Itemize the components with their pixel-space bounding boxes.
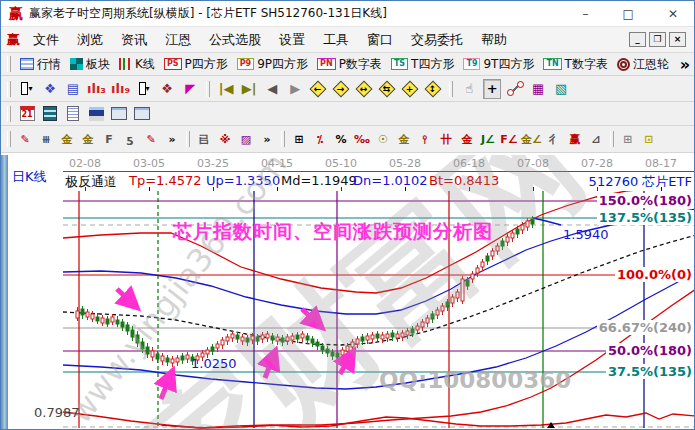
candle-arrow-tool-icon[interactable]: ⫯ <box>416 129 434 149</box>
gann-grid-tool-button[interactable]: ▦ <box>529 79 547 99</box>
gold-lines-tool-icon[interactable]: 金 <box>395 129 413 149</box>
mdi-close-button[interactable]: × <box>669 32 686 47</box>
notes-button[interactable] <box>64 104 82 124</box>
close-button[interactable]: ✕ <box>668 7 678 21</box>
menu-item-0[interactable]: 文件 <box>24 28 68 52</box>
gann-fan-tool-icon[interactable]: ※ <box>216 129 234 149</box>
gold-ratio-tool-icon[interactable]: 金 <box>58 129 76 149</box>
hand-tool-button[interactable]: ☝ <box>460 79 478 99</box>
pencil-tool-icon[interactable]: ✎ <box>16 129 34 149</box>
candle-tool-dropdown[interactable]: ▾ <box>135 79 153 99</box>
menu-item-4[interactable]: 公式选股 <box>200 28 270 52</box>
draw-overflow-icon[interactable]: » <box>163 129 181 149</box>
channel-tool-icon[interactable]: 卄 <box>437 129 455 149</box>
zoom-out-x-button[interactable]: ↔ <box>355 79 373 99</box>
pencil2-tool-icon[interactable]: ✎ <box>142 129 160 149</box>
toolbar1-overflow-button[interactable]: » <box>680 55 690 74</box>
zoom-y-button[interactable]: ↕ <box>424 79 442 99</box>
wedge-tool-icon[interactable]: ⊿ <box>587 129 605 149</box>
compress-x-button[interactable]: ⇆ <box>378 79 396 99</box>
9t-square-button[interactable]: T99T四方形 <box>461 55 536 74</box>
permille-tool-icon[interactable]: ‰ <box>353 129 371 149</box>
p-square-button[interactable]: PSP四方形 <box>162 55 230 74</box>
save-button[interactable] <box>87 104 105 124</box>
gold-circle-tool-icon[interactable]: ☉ <box>374 129 392 149</box>
quotes-button[interactable]: 行情 <box>18 55 63 74</box>
zoom-out-x-button-icon: ↔ <box>356 80 373 97</box>
workstation-button[interactable] <box>110 104 128 124</box>
spiral-tool-icon[interactable]: ƽ <box>121 129 139 149</box>
compress-x-button-icon: ⇆ <box>379 80 396 97</box>
menu-item-3[interactable]: 江恩 <box>156 28 200 52</box>
param-tp: Tp=1.4572 <box>129 173 202 188</box>
sectors-button[interactable]: 板块 <box>68 55 112 74</box>
menu-item-7[interactable]: 窗口 <box>358 28 402 52</box>
9t-square-button-label: 9T四方形 <box>483 56 534 73</box>
measure-tool-button-icon <box>508 82 523 95</box>
crosshair-tool-button[interactable]: + <box>483 79 501 99</box>
j-angle-tool-icon[interactable]: J∠ <box>479 129 497 149</box>
p-digit-table-button[interactable]: PNP数字表 <box>315 55 384 74</box>
elliott-tool-button[interactable]: ▧ <box>552 79 570 99</box>
measure-tool-button[interactable] <box>506 79 524 99</box>
menu-item-8[interactable]: 交易委托 <box>402 28 472 52</box>
kline-button[interactable]: K线 <box>117 55 157 74</box>
win-tool-icon[interactable]: 赢 <box>566 129 584 149</box>
price-label: 1.0250 <box>191 356 237 371</box>
t-digit-table-button-label: T数字表 <box>565 56 608 73</box>
menu-item-5[interactable]: 设置 <box>270 28 314 52</box>
fan-overflow-icon[interactable]: » <box>258 129 276 149</box>
walk-tool-icon[interactable]: 彳 <box>545 129 563 149</box>
candlestick <box>156 354 159 359</box>
t-digit-table-button[interactable]: TNT数字表 <box>541 55 610 74</box>
calendar-button[interactable]: 21 <box>18 104 36 124</box>
mdi-restore-button[interactable]: ❐ <box>649 32 666 47</box>
nav-first-button[interactable]: |◀ <box>217 79 235 99</box>
menu-item-2[interactable]: 资讯 <box>112 28 156 52</box>
tab-daily-kline[interactable]: 日K线 <box>12 168 47 186</box>
volume-profile-icon[interactable]: ◤ <box>181 79 199 99</box>
shift-left-button[interactable]: ← <box>309 79 327 99</box>
9p-square-button[interactable]: P99P四方形 <box>235 55 310 74</box>
symbol-label[interactable]: 512760 芯片ETF <box>589 173 692 191</box>
calculator-button[interactable] <box>41 104 59 124</box>
bars-3-icon[interactable]: ılı₃ <box>87 79 106 99</box>
expand-all-button[interactable]: + <box>401 79 419 99</box>
percent-grid-tool-icon[interactable]: ⊞ <box>290 129 308 149</box>
nav-next-button[interactable]: ▶ <box>286 79 304 99</box>
similar-kline-red-icon[interactable]: ❖ <box>158 79 176 99</box>
menu-item-9[interactable]: 帮助 <box>472 28 516 52</box>
percent-tool-icon[interactable]: % <box>332 129 350 149</box>
gold-angle2-tool-icon[interactable]: 金∠ <box>521 129 542 149</box>
menu-item-6[interactable]: 工具 <box>314 28 358 52</box>
terminal-button[interactable] <box>133 104 151 124</box>
fibo-tool-icon[interactable]: F <box>100 129 118 149</box>
nav-prev-button[interactable]: ◀ <box>263 79 281 99</box>
trend-frame-tool-icon[interactable]: 㠯 <box>195 129 213 149</box>
ladder-tool-icon[interactable]: ⧻ <box>37 129 55 149</box>
grid-red-tool-icon[interactable]: ⊞ <box>619 129 637 149</box>
fan-box-tool-icon[interactable]: ▨ <box>237 129 255 149</box>
info-panel-icon[interactable]: ▤ <box>64 79 82 99</box>
percent-line-tool-icon[interactable]: ⁒ <box>311 129 329 149</box>
gann-wheel-button[interactable]: 江恩轮 <box>615 55 671 74</box>
grid-gold-tool-icon[interactable]: ⊡ <box>640 129 658 149</box>
candlestick <box>116 320 119 324</box>
nav-last-button[interactable]: ▶| <box>240 79 258 99</box>
maximize-button[interactable]: □ <box>623 7 634 21</box>
mdi-minimize-button[interactable]: _ <box>629 32 646 47</box>
gold-ratio2-tool-icon[interactable]: 金 <box>79 129 97 149</box>
indicator-name[interactable]: 极反通道 <box>65 173 117 191</box>
app-logo-icon: 赢 <box>9 5 23 23</box>
level-label: 50.0%(180) <box>606 343 694 358</box>
similar-kline-blue-icon[interactable]: ❖ <box>41 79 59 99</box>
gold-angle-tool-icon[interactable]: 金 <box>458 129 476 149</box>
menu-item-1[interactable]: 浏览 <box>68 28 112 52</box>
f-angle-tool-icon[interactable]: F∠ <box>500 129 518 149</box>
shift-right-button[interactable]: → <box>332 79 350 99</box>
menu-bar: 赢 文件浏览资讯江恩公式选股设置工具窗口交易委托帮助 _ ❐ × <box>1 27 694 53</box>
t-square-button[interactable]: TST四方形 <box>389 55 457 74</box>
bars-9-icon[interactable]: ılı₉ <box>111 79 130 99</box>
kline-period-dropdown[interactable]: ▾ <box>18 79 36 99</box>
minimize-button[interactable]: – <box>583 7 589 21</box>
